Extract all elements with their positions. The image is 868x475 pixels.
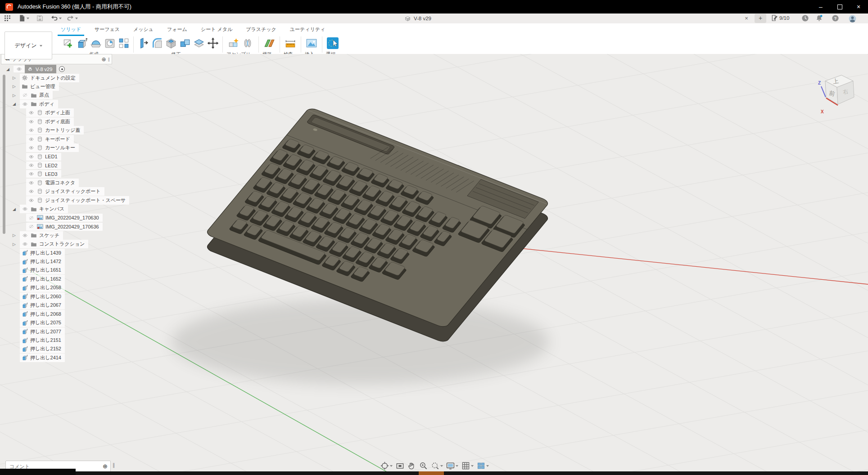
viewcube[interactable]: Z 上 前 右 X bbox=[812, 67, 865, 121]
tree-item-label[interactable]: IMG_20220429_170636 bbox=[45, 224, 99, 229]
tree-row[interactable]: ジョイスティックポート bbox=[26, 187, 104, 196]
tree-item-label[interactable]: ジョイスティックポート・スペーサ bbox=[45, 197, 126, 204]
select-button[interactable] bbox=[327, 37, 339, 49]
tree-item-label[interactable]: 押し出し2060 bbox=[30, 293, 61, 300]
tree-item-label[interactable]: IMG_20220429_170630 bbox=[45, 215, 99, 220]
minimize-button[interactable]: – bbox=[811, 0, 830, 13]
free-edits-counter[interactable]: 9/10 bbox=[771, 14, 789, 22]
construction-plane-button[interactable] bbox=[263, 37, 275, 49]
expand-arrow-icon[interactable]: ◢ bbox=[6, 67, 14, 72]
tree-row[interactable]: 押し出し2414 bbox=[20, 354, 65, 362]
close-document-tab-button[interactable]: × bbox=[742, 14, 751, 23]
tree-row[interactable]: ◢キャンバス bbox=[13, 205, 68, 213]
expand-arrow-icon[interactable]: ▷ bbox=[13, 84, 20, 89]
shell-button[interactable] bbox=[165, 37, 177, 49]
tree-row[interactable]: ジョイスティックポート・スペーサ bbox=[26, 196, 129, 205]
visibility-eye-icon[interactable] bbox=[28, 110, 35, 115]
tree-row[interactable]: 押し出し2058 bbox=[20, 283, 65, 292]
tree-item-label[interactable]: カーソルキー bbox=[45, 144, 75, 151]
tree-item-label[interactable]: 電源コネクタ bbox=[45, 179, 75, 186]
tree-row[interactable]: IMG_20220429_170636 bbox=[26, 222, 103, 231]
keyboard-top-surface[interactable] bbox=[205, 107, 550, 328]
ribbon-tab-5[interactable]: プラスチック bbox=[239, 25, 283, 34]
workspace-selector[interactable]: デザイン bbox=[5, 31, 52, 59]
tree-item-label[interactable]: 押し出し1439 bbox=[30, 250, 61, 256]
expand-arrow-icon[interactable]: ◢ bbox=[13, 102, 20, 106]
visibility-eye-icon[interactable] bbox=[28, 171, 35, 176]
tree-row[interactable]: 押し出し1652 bbox=[20, 275, 65, 283]
tree-row[interactable]: 押し出し1439 bbox=[20, 249, 65, 257]
maximize-button[interactable] bbox=[830, 0, 849, 13]
tree-item-label[interactable]: ドキュメントの設定 bbox=[30, 75, 76, 81]
activate-component-radio[interactable] bbox=[59, 66, 65, 72]
combine-button[interactable] bbox=[179, 37, 191, 49]
look-at-button[interactable] bbox=[396, 462, 404, 470]
tree-item-label[interactable]: キャンバス bbox=[39, 206, 64, 212]
tree-item-label[interactable]: 押し出し2067 bbox=[30, 302, 61, 309]
tree-item-label[interactable]: 押し出し2152 bbox=[30, 345, 61, 352]
add-comment-icon[interactable]: ⊕ bbox=[103, 463, 108, 470]
tree-item-label[interactable]: 原点 bbox=[39, 92, 49, 99]
offset-face-button[interactable] bbox=[193, 37, 205, 49]
tree-item-label[interactable]: ボディ底面 bbox=[45, 118, 70, 125]
tree-row[interactable]: 押し出し2068 bbox=[20, 310, 65, 318]
tree-row[interactable]: ▷スケッチ bbox=[13, 231, 63, 240]
tree-item-label[interactable]: 押し出し2058 bbox=[30, 284, 61, 291]
measure-button[interactable] bbox=[285, 37, 296, 49]
visibility-eye-icon[interactable] bbox=[28, 137, 35, 142]
tree-row[interactable]: 押し出し2077 bbox=[20, 327, 65, 336]
ribbon-tab-3[interactable]: フォーム bbox=[160, 25, 194, 34]
tree-item-label[interactable]: ボディ bbox=[39, 101, 54, 108]
tree-row[interactable]: キーボード bbox=[26, 135, 74, 143]
root-component-chip[interactable]: V-8 v29 bbox=[25, 65, 56, 73]
tree-item-label[interactable]: キーボード bbox=[45, 136, 70, 143]
tree-row[interactable]: 押し出し2152 bbox=[20, 345, 65, 353]
profile-avatar[interactable] bbox=[848, 14, 857, 23]
pan-button[interactable] bbox=[407, 462, 416, 470]
tree-row[interactable]: 押し出し1472 bbox=[20, 257, 65, 266]
fillet-button[interactable] bbox=[151, 37, 163, 49]
close-button[interactable]: × bbox=[849, 0, 868, 13]
visibility-eye-icon[interactable] bbox=[28, 198, 35, 203]
zoom-button[interactable] bbox=[419, 462, 428, 470]
visibility-eye-icon[interactable] bbox=[28, 154, 35, 159]
tree-row[interactable]: 押し出し1651 bbox=[20, 266, 65, 274]
tree-row-root[interactable]: ◢V-8 v29 bbox=[6, 65, 65, 73]
browser-scrollbar[interactable] bbox=[3, 75, 5, 234]
tree-row[interactable]: ▷ドキュメントの設定 bbox=[13, 74, 79, 82]
document-tab[interactable]: V-8 v29 bbox=[404, 13, 431, 23]
tree-item-label[interactable]: ジョイスティックポート bbox=[45, 188, 101, 195]
tree-item-label[interactable]: スケッチ bbox=[39, 232, 59, 239]
tree-item-label[interactable]: LED3 bbox=[45, 171, 58, 177]
move-button[interactable] bbox=[207, 37, 219, 49]
ribbon-tab-4[interactable]: シート メタル bbox=[194, 25, 239, 34]
fit-button[interactable] bbox=[431, 462, 443, 470]
tree-item-label[interactable]: 押し出し2075 bbox=[30, 319, 61, 326]
tree-row[interactable]: LED1 bbox=[26, 152, 61, 161]
visibility-eye-icon[interactable] bbox=[28, 215, 35, 220]
visibility-eye-icon[interactable] bbox=[28, 224, 35, 229]
new-document-tab-button[interactable]: + bbox=[755, 14, 766, 23]
tree-item-label[interactable]: ボディ上面 bbox=[45, 109, 70, 116]
tree-item-label[interactable]: 押し出し2068 bbox=[30, 311, 61, 318]
tree-item-label[interactable]: 押し出し1472 bbox=[30, 258, 61, 265]
visibility-eye-icon[interactable] bbox=[28, 180, 35, 185]
tree-item-label[interactable]: ビュー管理 bbox=[30, 83, 55, 90]
tree-row[interactable]: 押し出し2067 bbox=[20, 301, 65, 309]
layout-grid-button[interactable] bbox=[461, 462, 474, 470]
tree-item-label[interactable]: 押し出し2151 bbox=[30, 337, 61, 344]
display-settings-button[interactable] bbox=[446, 462, 458, 470]
tree-item-label[interactable]: 押し出し2077 bbox=[30, 328, 61, 335]
visibility-eye-icon[interactable] bbox=[28, 163, 35, 168]
orbit-button[interactable] bbox=[380, 462, 393, 470]
new-component-button[interactable] bbox=[228, 37, 240, 49]
insert-canvas-button[interactable] bbox=[306, 37, 317, 49]
tree-row[interactable]: ▷ビュー管理 bbox=[13, 82, 59, 91]
tree-item-label[interactable]: LED1 bbox=[45, 154, 58, 159]
comment-grip-handle[interactable]: ∥ bbox=[113, 462, 115, 468]
visibility-eye-icon[interactable] bbox=[22, 233, 28, 238]
expand-arrow-icon[interactable]: ▷ bbox=[13, 76, 20, 80]
visibility-eye-icon[interactable] bbox=[14, 66, 25, 72]
visibility-eye-icon[interactable] bbox=[28, 189, 35, 194]
notifications-button[interactable] bbox=[815, 14, 823, 22]
